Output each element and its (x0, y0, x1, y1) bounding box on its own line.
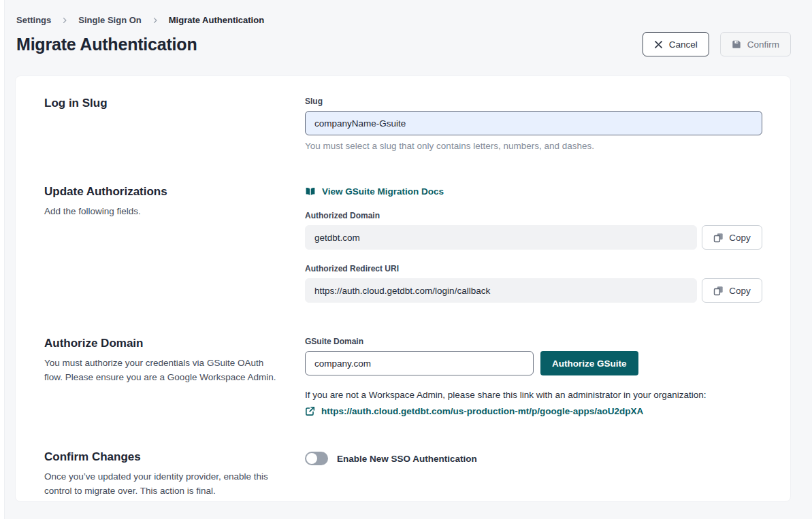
workspace-admin-note: If you are not a Workspace Admin, please… (305, 390, 762, 400)
copy-authorized-domain-button[interactable]: Copy (702, 225, 762, 250)
authorize-domain-section: Authorize Domain You must authorize your… (44, 337, 762, 416)
authorize-domain-heading: Authorize Domain (44, 337, 289, 350)
redirect-uri-value: https://auth.cloud.getdbt.com/login/call… (305, 278, 697, 303)
share-link-row: https://auth.cloud.getdbt.com/us-product… (305, 406, 762, 416)
confirm-changes-section: Confirm Changes Once you’ve updated your… (44, 450, 762, 499)
confirm-changes-heading: Confirm Changes (44, 450, 289, 464)
copy-button-label: Copy (729, 233, 751, 243)
gsuite-migration-docs-label: View GSuite Migration Docs (322, 186, 444, 197)
gsuite-domain-input[interactable] (305, 351, 534, 375)
authorized-domain-value: getdbt.com (305, 225, 697, 250)
settings-card: Log in Slug Slug You must select a slug … (15, 76, 791, 502)
chevron-right-icon (61, 16, 69, 24)
breadcrumb-single-sign-on[interactable]: Single Sign On (78, 15, 141, 25)
header-actions: Cancel Confirm (643, 32, 791, 56)
gsuite-domain-row: Authorize GSuite (305, 351, 762, 375)
enable-sso-toggle-label: Enable New SSO Authentication (337, 454, 477, 464)
login-slug-heading: Log in Slug (44, 97, 289, 110)
slug-label: Slug (305, 97, 762, 106)
redirect-uri-label: Authorized Redirect URI (305, 264, 762, 273)
admin-share-link[interactable]: https://auth.cloud.getdbt.com/us-product… (321, 406, 643, 416)
page-title: Migrate Authentication (16, 35, 197, 54)
breadcrumb: Settings Single Sign On Migrate Authenti… (0, 15, 812, 25)
book-icon (305, 186, 316, 197)
external-link-icon (305, 406, 315, 416)
authorize-gsuite-button[interactable]: Authorize GSuite (540, 351, 638, 375)
redirect-uri-row: https://auth.cloud.getdbt.com/login/call… (305, 278, 762, 303)
update-authorizations-heading: Update Authorizations (44, 185, 289, 199)
update-authorizations-description: Add the following fields. (44, 205, 289, 219)
update-authorizations-section: Update Authorizations Add the following … (44, 185, 762, 303)
gsuite-domain-label: GSuite Domain (305, 337, 762, 346)
authorized-domain-row: getdbt.com Copy (305, 225, 762, 250)
enable-sso-toggle[interactable] (305, 452, 328, 465)
cancel-button-label: Cancel (669, 39, 698, 50)
cancel-button[interactable]: Cancel (643, 32, 709, 56)
save-icon (732, 39, 741, 49)
page-header: Migrate Authentication Cancel Confirm (0, 25, 812, 56)
copy-button-label: Copy (729, 286, 751, 296)
breadcrumb-migrate-authentication: Migrate Authentication (169, 15, 264, 25)
confirm-button[interactable]: Confirm (720, 32, 791, 56)
slug-helper-text: You must select a slug that only contain… (305, 141, 762, 151)
slug-input[interactable] (305, 111, 762, 135)
login-slug-section: Log in Slug Slug You must select a slug … (44, 97, 762, 151)
copy-icon (713, 286, 724, 296)
chevron-right-icon (151, 16, 159, 24)
confirm-button-label: Confirm (747, 39, 779, 50)
migrate-authentication-page: Settings Single Sign On Migrate Authenti… (0, 0, 812, 502)
authorized-domain-label: Authorized Domain (305, 211, 762, 220)
confirm-changes-description: Once you’ve updated your identity provid… (44, 470, 284, 499)
toggle-knob (306, 453, 317, 464)
copy-icon (713, 233, 724, 243)
sso-toggle-row: Enable New SSO Authentication (305, 450, 762, 465)
authorize-domain-description: You must authorize your credentials via … (44, 356, 284, 385)
copy-redirect-uri-button[interactable]: Copy (702, 278, 762, 303)
close-icon (654, 40, 663, 49)
left-edge-panel (0, 0, 5, 519)
gsuite-migration-docs-link[interactable]: View GSuite Migration Docs (305, 186, 444, 197)
breadcrumb-settings[interactable]: Settings (16, 15, 51, 25)
